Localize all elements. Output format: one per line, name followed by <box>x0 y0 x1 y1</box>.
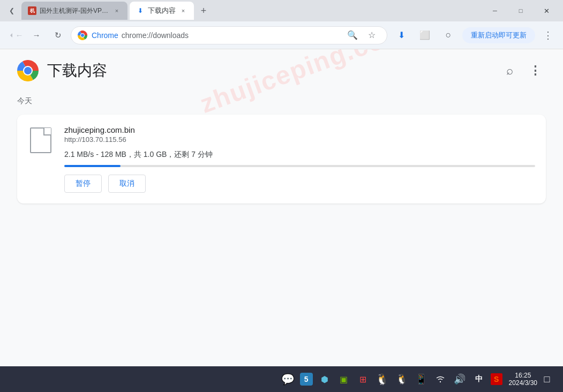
profile-icon: ○ <box>446 29 452 41</box>
tab-active-label: 下载内容 <box>148 6 176 16</box>
page-title: 下载内容 <box>47 61 107 81</box>
maximize-button[interactable]: □ <box>508 2 533 19</box>
progress-bar <box>64 165 535 167</box>
taskbar-wifi-icon[interactable] <box>433 372 448 387</box>
address-bar: ← → ↻ Chrome chrome://downloads <box>0 21 563 49</box>
more-icon: ⋮ <box>543 29 553 41</box>
address-icons: 🔍 ☆ <box>344 27 380 44</box>
download-card: zhujiceping.com.bin http://103.70.115.56… <box>17 115 546 203</box>
download-actions: 暂停 取消 <box>64 175 535 193</box>
back-button[interactable]: ← <box>6 27 24 44</box>
download-icon-btn[interactable]: ⬇ <box>392 26 411 45</box>
taskbar-gpu-icon[interactable]: ▣ <box>336 372 351 387</box>
taskbar-icons: 💬 5 ⬢ ▣ ⊞ 🐧 🐧 📱 🔊 中 S <box>281 372 502 387</box>
svg-point-5 <box>24 67 32 74</box>
reload-button[interactable]: ↻ <box>49 27 66 44</box>
search-icon: 🔍 <box>347 30 358 40</box>
download-url: http://103.70.115.56 <box>64 135 535 144</box>
window-controls: ─ □ ✕ <box>483 2 559 19</box>
taskbar-grid-icon[interactable]: ⊞ <box>356 372 371 387</box>
taskbar-penguin1-icon[interactable]: 🐧 <box>375 372 390 387</box>
tab-favicon-inactive: 机 <box>28 6 36 15</box>
tab-active-close[interactable]: × <box>179 6 187 15</box>
clock-time: 16:25 <box>515 372 531 379</box>
page-search-button[interactable]: ⌕ <box>499 60 520 81</box>
page-search-icon: ⌕ <box>506 64 513 78</box>
tab-inactive-close[interactable]: × <box>112 6 121 15</box>
window-back-btn[interactable]: ❮ <box>4 3 19 18</box>
address-input[interactable]: Chrome chrome://downloads 🔍 ☆ <box>71 26 387 44</box>
taskbar-bluetooth-icon[interactable]: ⬢ <box>317 372 332 387</box>
progress-bar-fill <box>64 165 121 167</box>
download-filename: zhujiceping.com.bin <box>64 125 535 134</box>
taskbar-wechat-icon[interactable]: 💬 <box>281 372 296 387</box>
download-info: zhujiceping.com.bin http://103.70.115.56… <box>64 125 535 193</box>
taskbar-five-icon[interactable]: 5 <box>300 373 313 386</box>
chrome-label: Chrome <box>92 31 118 40</box>
pause-button[interactable]: 暂停 <box>64 175 102 193</box>
taskbar-volume-icon[interactable]: 🔊 <box>452 372 467 387</box>
tab-inactive[interactable]: 机 国外主机测评-国外VPS、国... × <box>21 2 127 20</box>
taskbar-penguin2-icon[interactable]: 🐧 <box>394 372 409 387</box>
extension-icon-btn[interactable]: ⬜ <box>415 26 434 45</box>
url-text: chrome://downloads <box>122 31 189 40</box>
bookmark-icon-btn[interactable]: ☆ <box>363 27 380 44</box>
taskbar-clock[interactable]: 16:25 2024/3/30 <box>509 372 537 387</box>
minimize-button[interactable]: ─ <box>483 2 507 19</box>
cancel-button[interactable]: 取消 <box>108 175 146 193</box>
address-text: Chrome chrome://downloads <box>92 31 189 40</box>
taskbar-device-icon[interactable]: 📱 <box>414 372 429 387</box>
notify-icon: □ <box>544 374 550 385</box>
page-more-button[interactable]: ⋮ <box>524 60 546 81</box>
new-tab-button[interactable]: + <box>196 3 211 18</box>
page-more-icon: ⋮ <box>529 64 541 78</box>
chrome-logo-small <box>78 31 87 40</box>
svg-point-2 <box>81 34 84 37</box>
chrome-logo-big <box>17 60 39 81</box>
forward-button[interactable]: → <box>28 27 45 44</box>
page-header: 下载内容 ⌕ ⋮ zhujiceping.com <box>0 49 563 92</box>
page-content: 下载内容 ⌕ ⋮ zhujiceping.com 今天 zhujiceping.… <box>0 49 563 366</box>
file-icon-wrap <box>28 125 54 155</box>
taskbar-lang-icon[interactable]: 中 <box>471 372 486 387</box>
title-bar-left: ❮ 机 国外主机测评-国外VPS、国... × ⬇ 下载内容 × + <box>4 2 211 20</box>
header-actions: ⌕ ⋮ <box>499 60 546 81</box>
download-status: 2.1 MB/s - 128 MB，共 1.0 GB，还剩 7 分钟 <box>64 150 535 160</box>
title-bar: ❮ 机 国外主机测评-国外VPS、国... × ⬇ 下载内容 × + ─ □ ✕ <box>0 0 563 21</box>
clock-date: 2024/3/30 <box>509 379 537 387</box>
tab-active[interactable]: ⬇ 下载内容 × <box>130 2 194 20</box>
search-icon-btn[interactable]: 🔍 <box>344 27 361 44</box>
tab-active-favicon: ⬇ <box>136 6 145 15</box>
star-icon: ☆ <box>368 30 376 40</box>
section-today-label: 今天 <box>0 92 563 110</box>
download-icon: ⬇ <box>398 30 405 40</box>
update-button[interactable]: 重新启动即可更新 <box>462 27 535 43</box>
close-button[interactable]: ✕ <box>534 2 559 19</box>
extension-icon: ⬜ <box>419 30 430 40</box>
taskbar-notify-button[interactable]: □ <box>539 372 554 387</box>
profile-icon-btn[interactable]: ○ <box>439 26 458 45</box>
taskbar: 💬 5 ⬢ ▣ ⊞ 🐧 🐧 📱 🔊 中 S 16:25 2024/3/30 □ <box>0 366 563 392</box>
taskbar-antivirus-icon[interactable]: S <box>491 373 502 385</box>
tab-inactive-label: 国外主机测评-国外VPS、国... <box>40 6 109 16</box>
file-icon <box>30 127 51 153</box>
more-menu-button[interactable]: ⋮ <box>539 27 557 44</box>
